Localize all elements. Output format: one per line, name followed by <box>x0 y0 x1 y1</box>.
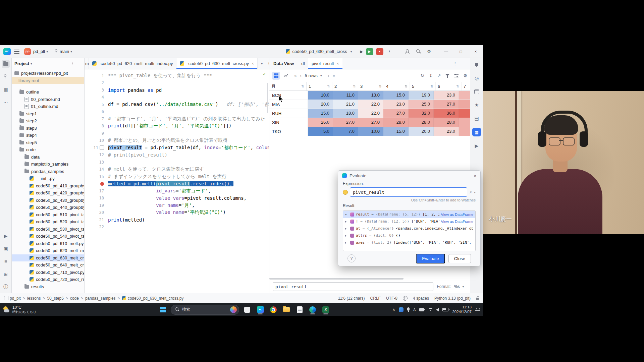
help-button[interactable]: ? <box>347 254 356 262</box>
table-cell[interactable]: 5.0 <box>308 127 333 136</box>
table-cell[interactable]: 19.0 <box>409 91 434 100</box>
line-ending-indicator[interactable]: CRLF <box>370 296 381 301</box>
table-cell[interactable]: 22.0 <box>358 100 383 109</box>
gutter-marker-icon[interactable] <box>100 145 104 150</box>
code-line-text[interactable]: var_name='月', <box>108 202 195 208</box>
inspections-ok-icon[interactable]: ✓ <box>263 71 266 76</box>
execution-point-line-text[interactable]: melted = pd.melt(pivot_result.reset_inde… <box>108 181 233 186</box>
tree-toggle-icon[interactable]: ▾ <box>345 213 348 216</box>
project-tree-item[interactable]: data <box>12 154 84 161</box>
run-tool-icon[interactable]: ▶ <box>2 232 10 240</box>
code-line-text[interactable]: # 都市ごとの、月ごとの平均気温をクロス集計表で取得 <box>108 137 227 143</box>
table-cell[interactable]: 28.0 <box>383 118 409 127</box>
view-as-dataframe-link[interactable]: View as DataFrame <box>441 220 473 224</box>
project-tree-item[interactable]: library root <box>12 77 84 84</box>
close-tab-icon[interactable]: × <box>252 61 254 66</box>
data-view-tool-icon-active[interactable]: ▦ <box>472 128 481 136</box>
battery-icon[interactable] <box>442 308 448 311</box>
breadcrumb-item[interactable]: lessons <box>27 296 41 301</box>
code-line-text[interactable]: # まずインデックスをリセットしてから melt を実行 <box>108 174 226 180</box>
table-cell[interactable]: 23.0 <box>434 91 459 100</box>
rows-per-page-selector[interactable]: 5 rows ▾ <box>305 73 325 78</box>
editor-options-icon[interactable]: ⋮ <box>267 61 269 66</box>
caret-position[interactable]: 11:6 (12 chars) <box>338 296 365 301</box>
camera-icon[interactable] <box>419 308 424 311</box>
view-as-dataframe-link[interactable]: View as DataFrame <box>441 213 473 217</box>
project-tree-item[interactable]: code50_pd_710_pivot.py <box>12 269 84 276</box>
first-page-icon[interactable]: « <box>294 73 297 78</box>
evaluate-result-row[interactable]: ▾result = {DataFrame: (5, 12)} [1, 2, 3,… <box>343 211 475 218</box>
table-cell[interactable]: 27.0 <box>459 118 470 127</box>
table-cell[interactable]: 26.0 <box>459 91 470 100</box>
expand-editor-icon[interactable]: ↗ <box>469 190 472 194</box>
evaluate-button[interactable]: Evaluate <box>416 254 445 263</box>
sort-icon[interactable]: ⇅ <box>379 84 382 88</box>
intention-bulb-icon[interactable] <box>343 190 348 195</box>
taskbar-clock[interactable]: 11:13 2024/12/07 <box>452 305 472 314</box>
code-line-text[interactable]: import pandas as pd <box>108 87 162 93</box>
editor-scrollbar[interactable] <box>267 83 268 113</box>
project-tree-item[interactable]: code50_pd_610_melt.py <box>12 240 84 247</box>
table-cell[interactable]: 28.0 <box>409 118 434 127</box>
table-cell[interactable]: 15.0 <box>308 109 333 118</box>
breadcrumb-item[interactable]: 50_step5 <box>47 296 63 301</box>
sort-icon[interactable]: ⇅ <box>431 84 433 88</box>
refresh-icon[interactable]: ↻ <box>421 73 424 78</box>
breadcrumb-item[interactable]: pd_plt <box>10 296 21 301</box>
project-tree-item[interactable]: code50_pd_430_groupby_multi_index <box>12 197 84 204</box>
volume-icon[interactable] <box>436 308 439 311</box>
table-cell[interactable]: 20.0 <box>409 127 434 136</box>
table-cell[interactable]: 18.0 <box>333 109 358 118</box>
terminal-tool-icon[interactable]: ≡ <box>2 257 10 265</box>
chart-view-icon[interactable] <box>282 72 289 79</box>
table-cell[interactable]: 23.0 <box>434 127 459 136</box>
run-button[interactable]: ▶ <box>360 49 363 54</box>
table-cell[interactable]: 27.0 <box>434 100 459 109</box>
panel-options-icon[interactable]: ⋮ <box>453 61 457 66</box>
project-name[interactable]: pd_plt <box>33 49 45 54</box>
breakpoint-gutter[interactable] <box>85 182 108 186</box>
table-cell[interactable]: 36.0 <box>434 109 459 118</box>
table-cell[interactable]: 20.0 <box>308 100 333 109</box>
globe-icon[interactable] <box>403 296 408 301</box>
close-tab-icon[interactable]: × <box>337 61 339 66</box>
search-everywhere-icon[interactable] <box>416 49 421 54</box>
chevron-down-icon[interactable]: ▾ <box>31 62 32 65</box>
sort-icon[interactable]: ⇅ <box>457 84 459 88</box>
table-column-header[interactable]: 6⇅ <box>436 82 462 90</box>
project-tree-item[interactable]: code50_pd_540_pivot_table_cross_mu... <box>12 233 84 240</box>
wifi-icon[interactable] <box>428 308 432 311</box>
code-line-text[interactable]: *** pivot_table を使って、集計を行う *** <box>108 73 212 79</box>
table-corner-header[interactable]: 月⇅ <box>269 82 307 90</box>
hide-panel-icon[interactable]: — <box>462 61 466 66</box>
project-tree-item[interactable]: code50_pd_520_pivot_table_multi_... <box>12 218 84 226</box>
edge-icon[interactable] <box>308 305 318 315</box>
row-label[interactable]: BCN <box>269 91 308 100</box>
breadcrumb-item[interactable]: code <box>70 296 79 301</box>
code-line-text[interactable]: # print(pivot_result) <box>108 152 167 158</box>
dialog-close-icon[interactable]: × <box>474 173 476 178</box>
evaluate-result-row[interactable]: ▸T = {DataFrame: (12, 5)} ['BCN', 'MIA',… <box>343 218 475 225</box>
table-cell[interactable]: 28.0 <box>434 118 459 127</box>
minimize-button[interactable]: — <box>439 45 453 58</box>
editor-tab[interactable]: code50_pd_620_melt_multi_index.py <box>89 58 176 69</box>
notifications-bell-icon[interactable] <box>473 61 481 69</box>
row-label[interactable]: MIA <box>269 100 308 109</box>
project-tree-item[interactable]: 00_preface.md <box>12 96 84 103</box>
problems-tool-icon[interactable]: ⓘ <box>2 283 10 291</box>
code-line-text[interactable]: # '都市コード', '月', '平均気温(°C)' の列を取得して出力してみた <box>108 116 265 122</box>
windows-icon[interactable] <box>158 305 168 315</box>
table-cell[interactable]: 10.0 <box>308 91 333 100</box>
tree-toggle-icon[interactable]: ▸ <box>345 227 348 230</box>
expression-input[interactable] <box>350 187 467 197</box>
evaluate-result-row[interactable]: ▸attrs = {dict: 0} {} <box>343 232 475 239</box>
sciview-tool-icon[interactable]: ▤ <box>473 114 481 122</box>
history-chevron-icon[interactable]: ▾ <box>474 190 476 194</box>
next-page-icon[interactable]: › <box>328 73 329 78</box>
close-button[interactable]: × <box>468 45 483 58</box>
project-tree-item[interactable]: code50_pd_420_groupby_multi.py <box>12 189 84 197</box>
weather-widget[interactable]: 10°C 晴れのちくもり <box>3 303 36 316</box>
ime-indicator[interactable]: A <box>413 308 416 312</box>
settings-gear-icon[interactable]: ⚙ <box>427 49 431 55</box>
chrome-icon[interactable] <box>268 305 278 315</box>
